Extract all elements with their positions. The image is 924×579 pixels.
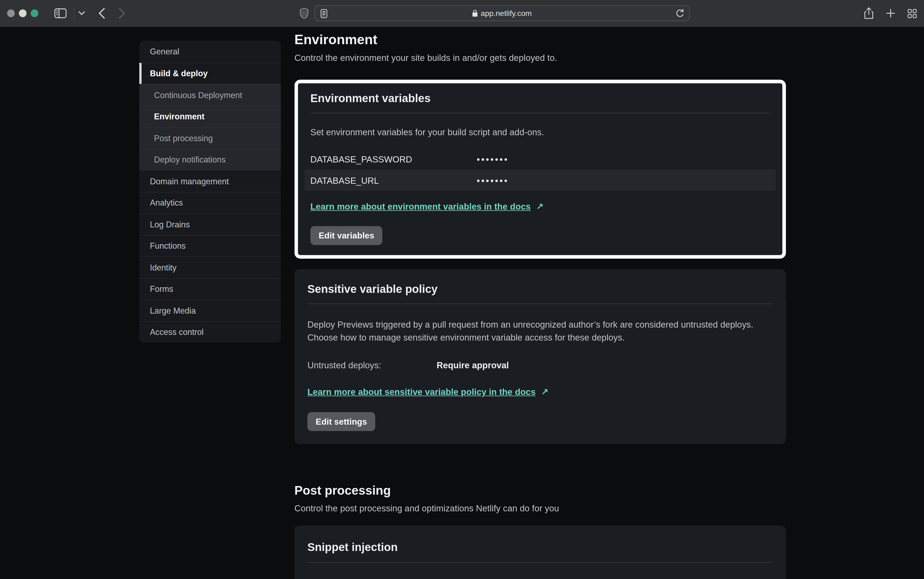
untrusted-deploys-field: Untrusted deploys: Require approval bbox=[308, 360, 773, 370]
external-link-arrow-icon: ↗ bbox=[536, 201, 544, 211]
divider bbox=[310, 113, 770, 113]
share-button[interactable] bbox=[864, 7, 873, 20]
environment-variables-table: DATABASE_PASSWORD ••••••• DATABASE_URL •… bbox=[305, 148, 776, 191]
divider bbox=[308, 562, 773, 563]
screen: app.netlify.com bbox=[0, 0, 924, 579]
address-bar[interactable]: app.netlify.com bbox=[314, 5, 689, 21]
sidebar-item-forms[interactable]: Forms bbox=[139, 278, 281, 299]
sidebar-item-large-media[interactable]: Large Media bbox=[139, 299, 281, 321]
main-content: Environment Control the environment your… bbox=[295, 27, 786, 579]
sidebar-item-domain-management[interactable]: Domain management bbox=[139, 170, 281, 191]
snippet-injection-card: Snippet injection Inject analytics or ot… bbox=[295, 525, 786, 579]
sidebar-menu-chevron-button[interactable] bbox=[78, 11, 85, 15]
plus-icon bbox=[886, 9, 895, 18]
sidebar-item-label: Deploy notifications bbox=[154, 155, 226, 164]
sidebar-item-environment[interactable]: Environment bbox=[139, 105, 281, 127]
tab-grid-icon bbox=[908, 9, 917, 18]
section-subtitle-post-processing: Control the post processing and optimiza… bbox=[295, 503, 786, 513]
refresh-button[interactable] bbox=[675, 9, 684, 18]
sidebar-toggle-icon bbox=[54, 8, 67, 18]
card-description: Set environment variables for your build… bbox=[310, 127, 770, 137]
external-link-arrow-icon: ↗ bbox=[541, 387, 549, 397]
page-title: Environment bbox=[295, 33, 786, 47]
window-minimize-button[interactable] bbox=[19, 10, 26, 17]
sidebar-item-label: Functions bbox=[150, 241, 186, 250]
share-icon bbox=[864, 7, 873, 20]
sidebar-item-label: Post processing bbox=[154, 133, 213, 143]
back-button[interactable] bbox=[99, 8, 105, 19]
sidebar-item-label: General bbox=[150, 47, 179, 56]
divider bbox=[308, 303, 773, 304]
card-title: Snippet injection bbox=[308, 541, 773, 553]
sensitive-variable-policy-docs-link[interactable]: Learn more about sensitive variable poli… bbox=[308, 387, 536, 397]
sidebar-item-post-processing[interactable]: Post processing bbox=[139, 127, 281, 149]
refresh-icon bbox=[675, 9, 684, 18]
browser-toolbar: app.netlify.com bbox=[0, 0, 924, 27]
variable-value-masked: ••••••• bbox=[477, 154, 509, 164]
settings-sidebar: General Build & deploy Continuous Deploy… bbox=[139, 41, 281, 342]
sidebar-item-label: Large Media bbox=[150, 306, 196, 315]
card-title: Environment variables bbox=[310, 84, 770, 105]
sidebar-item-label: Analytics bbox=[150, 198, 183, 208]
sidebar-item-access-control[interactable]: Access control bbox=[139, 321, 281, 342]
window-close-button[interactable] bbox=[7, 10, 15, 17]
sidebar-item-label: Log Drains bbox=[150, 219, 190, 229]
environment-variables-card: Environment variables Set environment va… bbox=[298, 83, 782, 255]
sidebar-item-general[interactable]: General bbox=[139, 41, 281, 62]
toolbar-separator bbox=[74, 9, 74, 18]
back-icon bbox=[99, 8, 105, 19]
page-subtitle: Control the environment your site builds… bbox=[295, 52, 786, 62]
sidebar-item-label: Identity bbox=[150, 263, 177, 272]
environment-variables-card-highlight: Environment variables Set environment va… bbox=[295, 80, 786, 258]
docs-link-row: Learn more about environment variables i… bbox=[310, 201, 770, 212]
chevron-down-icon bbox=[78, 11, 85, 15]
variable-value-masked: ••••••• bbox=[477, 175, 509, 185]
sidebar-item-deploy-notifications[interactable]: Deploy notifications bbox=[139, 149, 281, 170]
field-value: Require approval bbox=[437, 360, 509, 370]
card-description: Inject analytics or other scripts into t… bbox=[308, 577, 773, 579]
card-title: Sensitive variable policy bbox=[308, 283, 773, 295]
forward-button[interactable] bbox=[119, 8, 125, 19]
shield-icon bbox=[299, 8, 308, 19]
card-description: Deploy Previews triggered by a pull requ… bbox=[308, 318, 762, 344]
sidebar-item-functions[interactable]: Functions bbox=[139, 235, 281, 256]
table-row: DATABASE_URL ••••••• bbox=[305, 170, 776, 191]
sidebar-item-log-drains[interactable]: Log Drains bbox=[139, 213, 281, 235]
window-controls bbox=[7, 10, 38, 17]
sidebar-item-continuous-deployment[interactable]: Continuous Deployment bbox=[139, 84, 281, 105]
sidebar-toggle-button[interactable] bbox=[54, 8, 67, 18]
field-label: Untrusted deploys: bbox=[308, 360, 437, 370]
variable-name: DATABASE_PASSWORD bbox=[310, 154, 477, 164]
environment-variables-docs-link[interactable]: Learn more about environment variables i… bbox=[310, 201, 531, 211]
sidebar-item-label: Continuous Deployment bbox=[154, 90, 242, 100]
sensitive-variable-policy-card: Sensitive variable policy Deploy Preview… bbox=[295, 269, 786, 444]
variable-name: DATABASE_URL bbox=[310, 175, 477, 185]
sidebar-item-build-and-deploy[interactable]: Build & deploy bbox=[139, 62, 281, 84]
edit-variables-button[interactable]: Edit variables bbox=[310, 226, 383, 245]
table-row: DATABASE_PASSWORD ••••••• bbox=[305, 148, 776, 170]
sidebar-item-identity[interactable]: Identity bbox=[139, 256, 281, 278]
privacy-report-button[interactable] bbox=[299, 8, 308, 19]
sidebar-item-label: Domain management bbox=[150, 177, 229, 186]
sidebar-item-label: Access control bbox=[150, 327, 204, 337]
docs-link-row: Learn more about sensitive variable poli… bbox=[308, 387, 773, 397]
forward-icon bbox=[119, 8, 125, 19]
window-zoom-button[interactable] bbox=[31, 10, 38, 17]
address-text-group: app.netlify.com bbox=[315, 9, 689, 18]
sidebar-item-label: Environment bbox=[154, 112, 205, 121]
sidebar-item-analytics[interactable]: Analytics bbox=[139, 191, 281, 213]
lock-icon bbox=[472, 10, 478, 17]
tab-overview-button[interactable] bbox=[908, 9, 917, 18]
new-tab-button[interactable] bbox=[886, 9, 895, 18]
section-title-post-processing: Post processing bbox=[295, 484, 786, 497]
address-url: app.netlify.com bbox=[481, 9, 532, 18]
edit-settings-button[interactable]: Edit settings bbox=[308, 412, 375, 431]
sidebar-item-label: Forms bbox=[150, 284, 173, 294]
sidebar-item-label: Build & deploy bbox=[150, 69, 208, 78]
